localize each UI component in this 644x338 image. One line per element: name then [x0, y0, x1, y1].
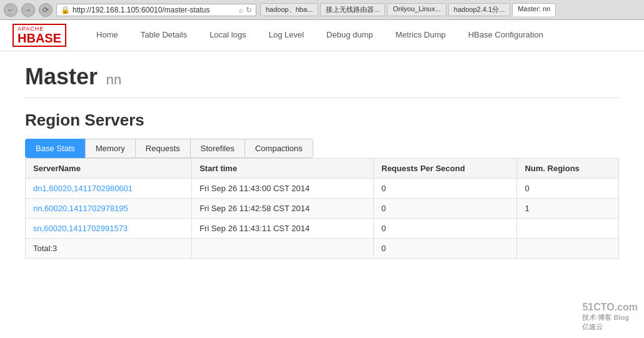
browser-tab[interactable]: Onlyou_Linux... [387, 3, 446, 16]
logo: APACHE HBASE [13, 24, 66, 47]
nav-link-home[interactable]: Home [85, 21, 129, 50]
refresh-button[interactable]: ⟳ [39, 3, 53, 17]
nav-link-local-logs[interactable]: Local logs [198, 21, 258, 50]
browser-chrome: ← → ⟳ 🔒 http://192.168.1.105:60010/maste… [0, 0, 644, 20]
back-button[interactable]: ← [4, 3, 18, 17]
security-icon: 🔒 [61, 6, 70, 14]
col-header-start-time: Start time [192, 159, 374, 179]
search-icon: ⌕ [239, 6, 243, 14]
region-servers-section: Region Servers Base StatsMemoryRequestsS… [25, 111, 619, 259]
forward-button[interactable]: → [21, 3, 35, 17]
browser-tab[interactable]: hadoop2.4.1分... [448, 3, 510, 16]
num-regions-cell [517, 219, 619, 239]
table-row: dn1,60020,1411702980601Fri Sep 26 11:43:… [26, 179, 619, 199]
num-regions-cell: 0 [517, 179, 619, 199]
page-subtitle: nn [106, 72, 121, 87]
url-bar[interactable]: 🔒 http://192.168.1.105:60010/master-stat… [56, 4, 256, 16]
browser-tab[interactable]: hadoop、hba... [260, 3, 318, 16]
total-start-time [192, 239, 374, 259]
nav-link-hbase-configuration[interactable]: HBase Configuration [457, 21, 555, 50]
total-regions [517, 239, 619, 259]
nav-link-log-level[interactable]: Log Level [258, 21, 315, 50]
tab-storefiles[interactable]: Storefiles [190, 139, 245, 158]
requests-per-second-cell: 0 [374, 199, 517, 219]
requests-per-second-cell: 0 [374, 219, 517, 239]
total-row: Total:30 [26, 239, 619, 259]
table-body: dn1,60020,1411702980601Fri Sep 26 11:43:… [26, 179, 619, 259]
server-name-cell: sn,60020,1411702991573 [26, 219, 192, 239]
tab-bar: Base StatsMemoryRequestsStorefilesCompac… [25, 139, 619, 158]
logo-hbase-text: HBASE [18, 31, 61, 45]
browser-tab[interactable]: 接上无线路由器... [320, 3, 385, 16]
total-label: Total:3 [26, 239, 192, 259]
col-header-num.-regions: Num. Regions [517, 159, 619, 179]
nav-link-metrics-dump[interactable]: Metrics Dump [385, 21, 457, 50]
tab-base-stats[interactable]: Base Stats [25, 139, 86, 158]
nav-link-table-details[interactable]: Table Details [129, 21, 198, 50]
nav-link-debug-dump[interactable]: Debug dump [315, 21, 384, 50]
server-link[interactable]: dn1,60020,1411702980601 [33, 184, 133, 193]
tab-requests[interactable]: Requests [135, 139, 191, 158]
server-link[interactable]: nn,60020,1411702978195 [33, 204, 128, 213]
table-row: sn,60020,1411702991573Fri Sep 26 11:43:1… [26, 219, 619, 239]
col-header-requests-per-second: Requests Per Second [374, 159, 517, 179]
logo-box: APACHE HBASE [13, 24, 66, 47]
tab-memory[interactable]: Memory [85, 139, 136, 158]
nav-bar: APACHE HBASE HomeTable DetailsLocal logs… [0, 20, 644, 51]
tab-compactions[interactable]: Compactions [244, 139, 313, 158]
main-nav: HomeTable DetailsLocal logsLog LevelDebu… [85, 21, 555, 50]
server-link[interactable]: sn,60020,1411702991573 [33, 224, 128, 233]
refresh-icon: ↻ [246, 6, 252, 14]
start-time-cell: Fri Sep 26 11:42:58 CST 2014 [192, 199, 374, 219]
region-servers-table: ServerNameStart timeRequests Per SecondN… [25, 158, 619, 259]
main-content: Master nn Region Servers Base StatsMemor… [0, 51, 644, 271]
table-header-row: ServerNameStart timeRequests Per SecondN… [26, 159, 619, 179]
server-name-cell: dn1,60020,1411702980601 [26, 179, 192, 199]
section-title: Region Servers [25, 111, 619, 130]
requests-per-second-cell: 0 [374, 179, 517, 199]
start-time-cell: Fri Sep 26 11:43:11 CST 2014 [192, 219, 374, 239]
table-head: ServerNameStart timeRequests Per SecondN… [26, 159, 619, 179]
start-time-cell: Fri Sep 26 11:43:00 CST 2014 [192, 179, 374, 199]
page-title: Master [25, 64, 98, 89]
table-row: nn,60020,1411702978195Fri Sep 26 11:42:5… [26, 199, 619, 219]
total-requests: 0 [374, 239, 517, 259]
num-regions-cell: 1 [517, 199, 619, 219]
page-header: Master nn [25, 64, 619, 90]
url-text: http://192.168.1.105:60010/master-status [73, 6, 209, 14]
title-divider [25, 97, 619, 98]
tab-list: hadoop、hba...接上无线路由器...Onlyou_Linux...ha… [260, 3, 640, 16]
col-header-servername: ServerName [26, 159, 192, 179]
browser-tab[interactable]: Master: nn [512, 3, 556, 16]
server-name-cell: nn,60020,1411702978195 [26, 199, 192, 219]
